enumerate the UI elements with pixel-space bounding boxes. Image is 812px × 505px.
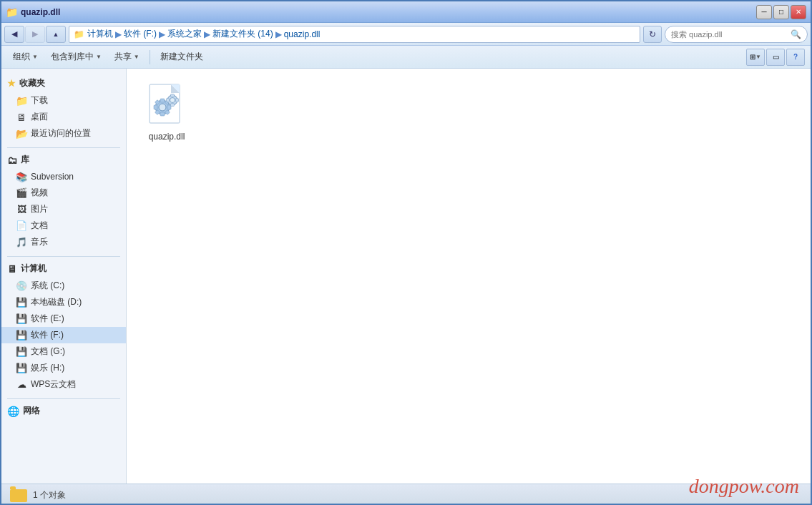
toolbar-right: ⊞▼ ▭ ?	[746, 49, 805, 66]
sidebar-drive-d-label: 本地磁盘 (D:)	[31, 296, 82, 308]
library-subversion-icon: 📚	[16, 171, 27, 182]
drive-g-icon: 💾	[16, 346, 27, 358]
sidebar-item-drive-h[interactable]: 💾 娱乐 (H:)	[1, 360, 126, 376]
search-input[interactable]	[671, 30, 788, 39]
search-icon[interactable]: 🔍	[791, 29, 801, 39]
sidebar-section-favorites: ★ 收藏夹 📁 下载 🖥 桌面 📂 最近访问的位置	[1, 74, 126, 142]
folder-icon: 📁	[6, 6, 18, 18]
new-folder-button[interactable]: 新建文件夹	[155, 48, 209, 67]
sidebar-item-desktop[interactable]: 🖥 桌面	[1, 109, 126, 125]
organize-dropdown-arrow: ▼	[32, 54, 38, 60]
sidebar-drive-f-label: 软件 (F:)	[31, 329, 64, 341]
sidebar-drive-h-label: 娱乐 (H:)	[31, 362, 64, 374]
sidebar-wps-cloud-label: WPS云文档	[31, 378, 76, 391]
sidebar-item-music[interactable]: 🎵 音乐	[1, 234, 126, 250]
sidebar-item-subversion[interactable]: 📚 Subversion	[1, 169, 126, 185]
sidebar-computer-label: 计算机	[21, 263, 47, 275]
refresh-button[interactable]: ↻	[643, 26, 662, 43]
drive-d-icon: 💾	[16, 297, 27, 308]
include-dropdown-arrow: ▼	[96, 54, 102, 60]
share-button[interactable]: 共享 ▼	[109, 48, 145, 67]
toolbar-separator	[150, 50, 150, 64]
sidebar-item-drive-c[interactable]: 💿 系统 (C:)	[1, 278, 126, 294]
address-bar: ◀ ▶ ▲ 📁 计算机 ▶ 软件 (F:) ▶ 系统之家 ▶ 新建文件夹 (14…	[1, 23, 811, 46]
sidebar-document-label: 文档	[31, 220, 48, 232]
search-bar[interactable]: 🔍	[665, 26, 808, 43]
sidebar-item-video[interactable]: 🎬 视频	[1, 185, 126, 201]
drive-e-icon: 💾	[16, 313, 27, 325]
file-item-quazip[interactable]: quazip.dll	[138, 80, 195, 144]
drive-c-icon: 💿	[16, 280, 27, 292]
svg-rect-6	[160, 112, 165, 116]
organize-label: 组织	[13, 51, 30, 63]
library-icon: 🗂	[7, 155, 17, 166]
video-icon: 🎬	[16, 187, 27, 199]
organize-button[interactable]: 组织 ▼	[7, 48, 44, 67]
sidebar-favorites-label: 收藏夹	[19, 77, 45, 89]
cloud-icon: ☁	[16, 379, 27, 391]
breadcrumb-item-folder2[interactable]: 新建文件夹 (14)	[212, 28, 273, 40]
breadcrumb-item-computer[interactable]: 计算机	[87, 28, 113, 40]
include-library-button[interactable]: 包含到库中 ▼	[45, 48, 107, 67]
nav-buttons: ◀ ▶ ▲	[4, 26, 66, 43]
toolbar: 组织 ▼ 包含到库中 ▼ 共享 ▼ 新建文件夹 ⊞▼ ▭ ?	[1, 46, 811, 69]
sidebar-item-drive-e[interactable]: 💾 软件 (E:)	[1, 310, 126, 327]
sidebar-drive-c-label: 系统 (C:)	[31, 280, 64, 292]
svg-rect-17	[167, 99, 170, 102]
dll-file-svg	[144, 83, 190, 129]
svg-rect-18	[176, 99, 179, 102]
up-button[interactable]: ▲	[46, 26, 66, 43]
folder-recent-icon: 📂	[16, 128, 27, 139]
sidebar-item-drive-g[interactable]: 💾 文档 (G:)	[1, 343, 126, 360]
forward-button[interactable]: ▶	[25, 26, 45, 43]
title-bar-left: 📁 quazip.dll	[6, 6, 60, 18]
svg-point-4	[159, 104, 166, 111]
image-icon: 🖼	[16, 204, 27, 215]
music-icon: 🎵	[16, 237, 27, 248]
drive-f-icon: 💾	[16, 330, 27, 341]
breadcrumb-item-folder1[interactable]: 系统之家	[167, 28, 202, 40]
close-button[interactable]: ✕	[791, 5, 806, 19]
view-change-button[interactable]: ⊞▼	[746, 49, 765, 66]
file-area: quazip.dll	[127, 69, 811, 484]
preview-pane-button[interactable]: ▭	[766, 49, 785, 66]
network-icon: 🌐	[7, 406, 19, 417]
svg-rect-8	[167, 105, 171, 109]
breadcrumb-item-file[interactable]: quazip.dll	[284, 29, 321, 39]
svg-point-14	[170, 98, 175, 103]
sidebar-subversion-label: Subversion	[31, 172, 74, 182]
title-bar: 📁 quazip.dll ─ □ ✕	[1, 1, 811, 23]
minimize-button[interactable]: ─	[756, 5, 772, 19]
sidebar-drive-e-label: 软件 (E:)	[31, 313, 64, 325]
sidebar-download-label: 下载	[31, 94, 48, 107]
sidebar-network-header: 🌐 网络	[1, 402, 126, 420]
file-icon-quazip	[144, 83, 190, 129]
sidebar-item-recent[interactable]: 📂 最近访问的位置	[1, 125, 126, 142]
sidebar-computer-header: 🖥 计算机	[1, 260, 126, 278]
sidebar-item-download[interactable]: 📁 下载	[1, 92, 126, 109]
svg-rect-5	[160, 99, 165, 102]
document-icon: 📄	[16, 220, 27, 232]
svg-rect-7	[154, 105, 157, 109]
sidebar-item-drive-d[interactable]: 💾 本地磁盘 (D:)	[1, 294, 126, 310]
sidebar-item-document[interactable]: 📄 文档	[1, 217, 126, 234]
status-bar: 1 个对象	[1, 484, 811, 505]
sidebar-item-wps-cloud[interactable]: ☁ WPS云文档	[1, 376, 126, 393]
breadcrumb-item-drive[interactable]: 软件 (F:)	[124, 28, 157, 40]
help-button[interactable]: ?	[786, 49, 805, 66]
back-button[interactable]: ◀	[4, 26, 24, 43]
sidebar-item-drive-f[interactable]: 💾 软件 (F:)	[1, 327, 126, 343]
main-content: ★ 收藏夹 📁 下载 🖥 桌面 📂 最近访问的位置	[1, 69, 811, 484]
breadcrumb-icon: 📁	[74, 29, 84, 39]
sidebar-item-image[interactable]: 🖼 图片	[1, 201, 126, 217]
sidebar-section-network: 🌐 网络	[1, 402, 126, 420]
maximize-button[interactable]: □	[773, 5, 789, 19]
breadcrumb[interactable]: 📁 计算机 ▶ 软件 (F:) ▶ 系统之家 ▶ 新建文件夹 (14) ▶ qu…	[69, 26, 640, 43]
drive-h-icon: 💾	[16, 363, 27, 374]
include-label: 包含到库中	[51, 51, 94, 63]
folder-download-icon: 📁	[16, 95, 27, 107]
sidebar-drive-g-label: 文档 (G:)	[31, 345, 65, 358]
share-label: 共享	[114, 51, 132, 63]
sidebar-sep-3	[7, 398, 120, 399]
folder-desktop-icon: 🖥	[16, 112, 27, 123]
